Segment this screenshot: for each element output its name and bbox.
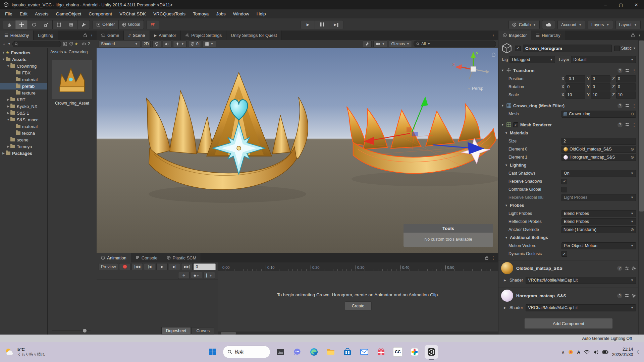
tab-hierarchy-right[interactable]: ☰ Hierarchy [531, 31, 565, 40]
start-button[interactable] [206, 345, 219, 359]
tab-animator[interactable]: ▶ Animator [150, 31, 181, 40]
anim-play-button[interactable]: ▶ [156, 263, 168, 270]
foldout-icon[interactable]: ▼ [6, 64, 10, 68]
layout-dropdown[interactable]: Layout▼ [615, 20, 641, 29]
tree-item-tomoya[interactable]: ▶Tomoya [0, 143, 47, 150]
grid-visibility-dropdown[interactable]: ▼ [203, 41, 216, 47]
scene-effects-dropdown[interactable]: ▼ [173, 41, 186, 47]
menu-tomoya[interactable]: Tomoya [189, 9, 212, 18]
tree-item-scene[interactable]: scene [0, 136, 47, 143]
dock-menu-icon[interactable]: ⋮ [90, 33, 94, 38]
maximize-button[interactable]: ▢ [613, 0, 629, 9]
foldout-icon[interactable]: ▼ [6, 118, 10, 121]
layer-dropdown[interactable]: Default▼ [571, 56, 636, 63]
close-button[interactable]: ✕ [629, 0, 644, 9]
gift-app-icon[interactable] [374, 345, 388, 359]
menu-assets[interactable]: Assets [31, 9, 52, 18]
menu-window[interactable]: Window [229, 9, 253, 18]
create-asset-caret-icon[interactable]: ▼ [8, 42, 11, 46]
lock-icon[interactable] [84, 33, 87, 37]
foldout-icon[interactable]: ▼ [501, 69, 504, 72]
sprite-filter-icon[interactable] [63, 42, 67, 46]
presets-icon[interactable] [625, 103, 630, 108]
rotate-tool-button[interactable] [28, 20, 40, 29]
help-icon[interactable]: ? [617, 293, 622, 298]
move-tool-button[interactable] [15, 20, 28, 29]
tab-hierarchy[interactable]: ☰ Hierarchy [0, 31, 34, 40]
scene-tools-button[interactable] [363, 41, 372, 47]
volume-icon[interactable] [593, 350, 599, 354]
breadcrumb-current[interactable]: Crownring [68, 50, 88, 54]
foldout-icon[interactable]: ▼ [1, 58, 6, 61]
notification-moon-icon[interactable]: ☾ [637, 350, 641, 355]
tree-item-prefab[interactable]: prefab [0, 83, 47, 89]
menu-edit[interactable]: Edit [16, 9, 31, 18]
transform-tool-button[interactable] [65, 20, 77, 29]
material-header[interactable]: Horogram_matcap_S&S ? [498, 288, 639, 303]
tree-item-ss-macc[interactable]: ▼S&S_macc [0, 116, 47, 123]
element0-object-field[interactable]: OldGold_matcap_S&S ⊙ [561, 146, 636, 153]
add-event-button[interactable]: ▎＋ [204, 272, 215, 279]
taskbar-clock[interactable]: 21:14 2023/01/30 [612, 347, 633, 358]
chat-app-icon[interactable] [290, 345, 304, 359]
tree-item-material[interactable]: material [0, 76, 47, 83]
project-search-input[interactable] [12, 41, 61, 47]
collab-dropdown[interactable]: Collab▼ [508, 20, 540, 29]
lock-icon[interactable] [631, 33, 635, 37]
step-button[interactable]: ▶ [329, 20, 343, 29]
menu-help[interactable]: Help [253, 9, 270, 18]
gizmos-dropdown[interactable]: Gizmos▼ [389, 41, 412, 47]
unity-taskbar-icon[interactable] [425, 345, 438, 359]
component-menu-icon[interactable]: ⋮ [632, 103, 636, 108]
tray-app-icon[interactable] [568, 350, 573, 355]
tray-chevron-icon[interactable]: ∧ [561, 350, 565, 355]
snip-app-icon[interactable] [274, 345, 287, 359]
tab-project-settings[interactable]: Project Settings [181, 31, 226, 40]
dynamic-occlusion-checkbox[interactable]: ✓ [561, 251, 567, 257]
object-picker-icon[interactable]: ⊙ [631, 112, 634, 116]
presets-icon[interactable] [625, 293, 629, 298]
breadcrumb-root[interactable]: Assets [50, 50, 63, 54]
battery-icon[interactable] [602, 350, 608, 354]
favorites-filter-icon[interactable]: ★ [74, 42, 78, 46]
ms-store-icon[interactable] [341, 345, 354, 359]
active-checkbox[interactable]: ✓ [515, 46, 521, 51]
foldout-icon[interactable]: ▶ [6, 98, 10, 101]
anchor-override-field[interactable]: None (Transform)⊙ [561, 226, 636, 233]
pause-button[interactable] [315, 20, 329, 29]
playhead[interactable] [221, 262, 221, 271]
rotation-y-field[interactable]: 0 [591, 83, 610, 90]
prev-frame-button[interactable]: |◀ [144, 263, 155, 270]
position-y-field[interactable]: 0 [591, 75, 610, 82]
probes-foldout[interactable]: ▼Probes [498, 201, 639, 209]
edge-browser-icon[interactable] [307, 345, 321, 359]
tab-animation[interactable]: Animation [97, 253, 131, 262]
view-lock-icon[interactable] [492, 52, 495, 57]
mail-app-icon[interactable] [358, 345, 371, 359]
rect-tool-button[interactable] [53, 20, 65, 29]
tree-item-texture[interactable]: texture [0, 89, 47, 96]
mesh-renderer-header[interactable]: ▼ ✓ Mesh Renderer ?⋮ [498, 120, 639, 129]
object-picker-icon[interactable]: ⊙ [631, 147, 634, 152]
foldout-icon[interactable]: ▼ [501, 123, 504, 126]
tab-unity-settings-quest[interactable]: Unity Settings for Quest [226, 31, 281, 40]
tab-scene[interactable]: # Scene [124, 31, 150, 40]
plugin-tool-button[interactable] [147, 20, 159, 29]
additional-settings-foldout[interactable]: ▼Additional Settings [498, 234, 639, 242]
menu-jobs[interactable]: Jobs [212, 9, 229, 18]
scene-search-input[interactable]: All ▼ [414, 41, 496, 47]
rotation-z-field[interactable]: 0 [616, 83, 636, 90]
first-frame-button[interactable]: |◀◀ [131, 263, 143, 270]
gameobject-name-field[interactable]: Crown_Horogram [523, 45, 612, 52]
foldout-icon[interactable]: ▼ [501, 104, 504, 107]
menu-file[interactable]: File [1, 9, 16, 18]
custom-editor-tool-button[interactable] [77, 20, 90, 29]
foldout-icon[interactable]: ▼ [1, 51, 6, 54]
photos-app-icon[interactable] [408, 345, 421, 359]
label-filter-icon[interactable] [69, 42, 73, 46]
record-button[interactable] [119, 263, 130, 270]
orientation-gizmo[interactable]: y x [452, 50, 489, 86]
scale-x-field[interactable]: 10 [566, 92, 585, 99]
tab-console[interactable]: Console [131, 253, 162, 262]
wifi-icon[interactable] [584, 350, 590, 354]
